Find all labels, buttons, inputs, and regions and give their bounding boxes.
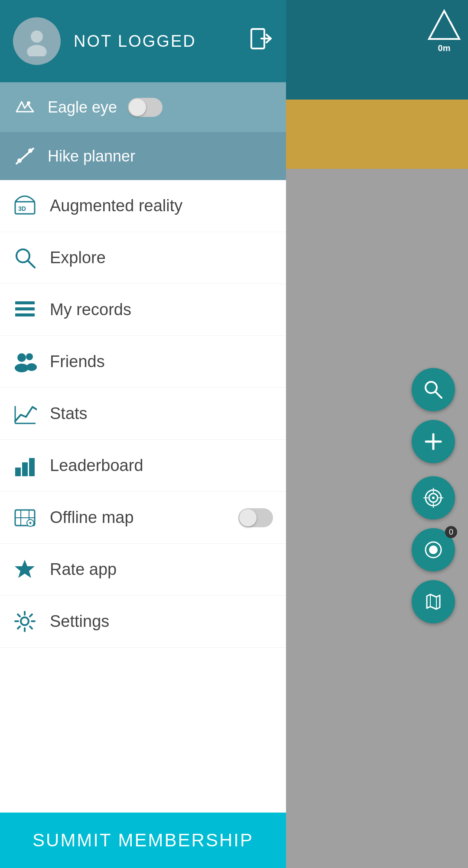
hike-planner-icon-container — [13, 144, 37, 168]
search-action-icon — [422, 379, 444, 400]
svg-rect-37 — [15, 468, 21, 476]
stats-icon — [13, 402, 37, 426]
svg-point-34 — [26, 363, 37, 371]
friends-icon-container — [13, 350, 37, 374]
login-icon — [249, 27, 273, 51]
svg-line-27 — [28, 261, 35, 268]
menu-item-my-records[interactable]: My records — [0, 284, 286, 336]
friends-icon — [13, 350, 37, 374]
svg-point-14 — [429, 545, 438, 554]
add-action-button[interactable] — [412, 420, 455, 463]
svg-point-20 — [27, 101, 30, 105]
svg-marker-44 — [15, 560, 35, 578]
eagle-eye-icon-container — [13, 95, 37, 119]
ar-icon: 3D — [13, 194, 37, 218]
menu-items-container: 3D Augmented reality Explore — [0, 180, 286, 813]
leaderboard-icon — [13, 454, 37, 478]
explore-label: Explore — [50, 248, 273, 267]
gear-icon-container — [13, 610, 37, 633]
record-action-button[interactable]: 0 — [412, 528, 455, 571]
menu-item-rate-app[interactable]: Rate app — [0, 544, 286, 596]
plus-icon — [422, 431, 444, 452]
toggle-knob — [129, 99, 146, 116]
svg-rect-29 — [15, 307, 35, 310]
offline-map-icon-container — [13, 506, 37, 529]
not-logged-label: NOT LOGGED — [74, 32, 236, 51]
hike-planner-icon — [13, 144, 37, 168]
distance-text: 0m — [438, 43, 451, 53]
svg-line-1 — [451, 22, 459, 39]
explore-icon — [13, 246, 37, 270]
augmented-reality-label: Augmented reality — [50, 197, 273, 215]
explore-icon-container — [13, 246, 37, 270]
svg-point-8 — [432, 497, 435, 499]
close-button[interactable]: ✕ — [420, 113, 442, 143]
friends-label: Friends — [50, 352, 273, 371]
map-action-button[interactable] — [412, 580, 455, 623]
svg-text:3D: 3D — [18, 205, 26, 212]
menu-item-settings[interactable]: Settings — [0, 596, 286, 648]
distance-badge: 0m — [427, 9, 462, 53]
hike-planner-label: Hike planner — [48, 147, 135, 165]
map-icon — [422, 591, 444, 613]
svg-point-18 — [27, 45, 47, 56]
stats-label: Stats — [50, 404, 273, 423]
offline-map-label: Offline map — [50, 508, 225, 527]
hike-planner-section[interactable]: Hike planner — [0, 132, 286, 180]
menu-item-leaderboard[interactable]: Leaderboard — [0, 440, 286, 492]
ar-icon-container: 3D — [13, 194, 37, 218]
gear-icon — [13, 610, 37, 633]
mountain-icon — [427, 9, 462, 43]
svg-marker-0 — [429, 11, 459, 39]
offline-map-toggle[interactable] — [238, 508, 273, 527]
summit-membership-button[interactable]: SUMMIT MEMBERSHIP — [0, 813, 286, 868]
leaderboard-label: Leaderboard — [50, 456, 273, 475]
eagle-eye-icon — [13, 95, 37, 119]
record-badge: 0 — [445, 526, 457, 538]
svg-rect-38 — [22, 462, 28, 476]
svg-rect-28 — [15, 301, 35, 304]
sidebar: NOT LOGGED Eagle eye — [0, 0, 286, 868]
svg-point-33 — [26, 353, 33, 360]
my-records-label: My records — [50, 300, 273, 319]
svg-point-32 — [15, 364, 29, 372]
star-icon — [13, 558, 37, 581]
records-icon-container — [13, 298, 37, 322]
eagle-eye-section: Eagle eye — [0, 82, 286, 132]
avatar[interactable] — [13, 17, 61, 65]
menu-item-stats[interactable]: Stats — [0, 388, 286, 440]
eagle-eye-label: Eagle eye — [48, 98, 117, 116]
rate-app-label: Rate app — [50, 560, 273, 579]
target-action-button[interactable] — [412, 476, 455, 520]
menu-item-augmented-reality[interactable]: 3D Augmented reality — [0, 180, 286, 232]
svg-point-17 — [31, 31, 43, 43]
offline-map-icon — [13, 506, 37, 529]
search-action-button[interactable] — [412, 368, 455, 411]
records-icon — [13, 298, 37, 322]
eagle-eye-toggle[interactable] — [128, 98, 162, 117]
menu-item-explore[interactable]: Explore — [0, 232, 286, 284]
menu-item-friends[interactable]: Friends — [0, 336, 286, 388]
stats-icon-container — [13, 402, 37, 426]
svg-rect-30 — [15, 313, 35, 316]
action-buttons: 0 — [412, 368, 455, 623]
svg-line-3 — [436, 392, 442, 398]
svg-rect-39 — [29, 458, 35, 476]
svg-point-23 — [28, 148, 32, 153]
record-icon — [422, 539, 444, 561]
star-icon-container — [13, 558, 37, 581]
login-button[interactable] — [249, 27, 273, 56]
svg-point-22 — [17, 158, 22, 163]
avatar-icon — [22, 26, 52, 56]
menu-item-offline-map[interactable]: Offline map — [0, 492, 286, 544]
target-icon — [422, 487, 444, 509]
sidebar-header: NOT LOGGED — [0, 0, 286, 82]
offline-map-toggle-knob — [239, 509, 257, 526]
settings-label: Settings — [50, 612, 273, 631]
svg-point-31 — [17, 353, 26, 362]
leaderboard-icon-container — [13, 454, 37, 478]
svg-point-45 — [21, 617, 29, 625]
